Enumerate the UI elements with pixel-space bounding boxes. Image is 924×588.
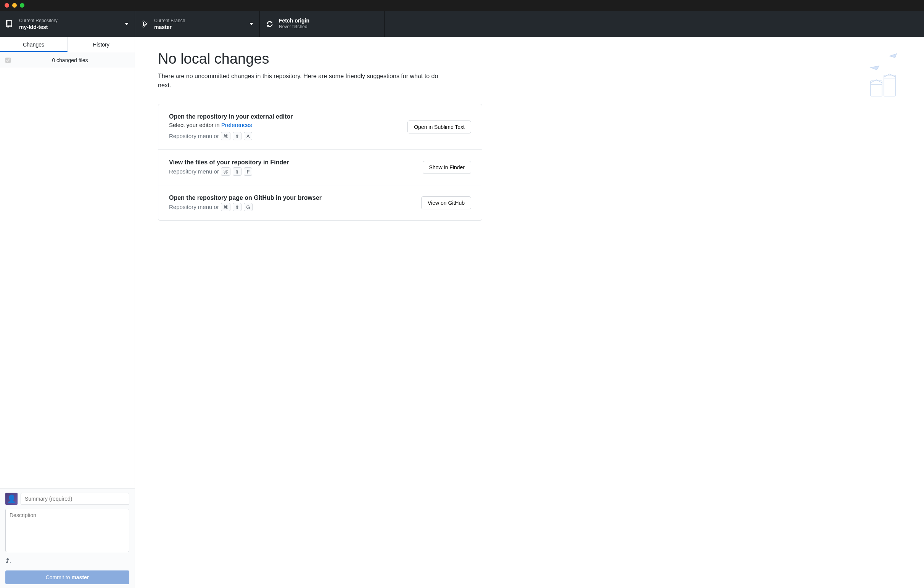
fetch-status: Never fetched — [279, 24, 309, 30]
main-panel: No local changes There are no uncommitte… — [135, 37, 924, 588]
select-all-checkbox[interactable] — [5, 58, 11, 63]
branch-value: master — [154, 24, 185, 30]
window-minimize-button[interactable] — [12, 3, 17, 8]
commit-summary-input[interactable] — [21, 492, 129, 505]
branch-label: Current Branch — [154, 18, 185, 24]
suggestion-subtext: Select your editor in Preferences — [169, 122, 408, 128]
commit-description-input[interactable] — [5, 509, 129, 552]
tab-history[interactable]: History — [68, 37, 135, 52]
kbd-a: A — [244, 132, 252, 140]
kbd-f: F — [244, 167, 252, 176]
commit-button-prefix: Commit to — [46, 574, 72, 580]
commit-button-branch: master — [71, 574, 89, 580]
kbd-cmd: ⌘ — [221, 132, 231, 140]
kbd-cmd: ⌘ — [221, 203, 231, 211]
svg-rect-1 — [884, 75, 895, 96]
suggestions-list: Open the repository in your external edi… — [158, 104, 482, 221]
window-titlebar — [0, 0, 924, 11]
view-on-github-button[interactable]: View on GitHub — [421, 196, 471, 209]
kbd-shift: ⇧ — [233, 167, 241, 176]
open-in-editor-button[interactable]: Open in Sublime Text — [408, 120, 471, 133]
avatar: 👤 — [5, 492, 18, 505]
suggestion-row-editor: Open the repository in your external edi… — [158, 104, 482, 150]
suggestion-title: Open the repository page on GitHub in yo… — [169, 194, 421, 201]
sidebar: Changes History 0 changed files 👤 Commit… — [0, 37, 135, 588]
changed-files-count: 0 changed files — [11, 57, 129, 63]
svg-rect-0 — [871, 81, 882, 96]
suggestion-hint: Repository menu or ⌘ ⇧ A — [169, 132, 408, 140]
commit-button[interactable]: Commit to master — [5, 570, 129, 584]
kbd-cmd: ⌘ — [221, 167, 231, 176]
kbd-shift: ⇧ — [233, 132, 241, 140]
app-toolbar: Current Repository my-ldd-test Current B… — [0, 11, 924, 37]
suggestion-row-github: Open the repository page on GitHub in yo… — [158, 185, 482, 221]
current-repository-dropdown[interactable]: Current Repository my-ldd-test — [0, 11, 135, 37]
repo-icon — [6, 20, 14, 28]
empty-state-subtitle: There are no uncommitted changes in this… — [158, 72, 440, 90]
suggestion-row-finder: View the files of your repository in Fin… — [158, 150, 482, 185]
empty-state-illustration — [863, 52, 901, 102]
suggestion-title: Open the repository in your external edi… — [169, 113, 408, 120]
add-coauthor-icon[interactable] — [5, 557, 12, 563]
window-close-button[interactable] — [5, 3, 9, 8]
repo-value: my-ldd-test — [19, 24, 58, 30]
suggestion-hint: Repository menu or ⌘ ⇧ F — [169, 167, 423, 176]
empty-state-heading: No local changes — [158, 51, 901, 67]
kbd-shift: ⇧ — [233, 203, 241, 211]
show-in-finder-button[interactable]: Show in Finder — [423, 161, 471, 174]
tab-changes[interactable]: Changes — [0, 37, 68, 52]
current-branch-dropdown[interactable]: Current Branch master — [135, 11, 260, 37]
kbd-g: G — [244, 203, 252, 211]
suggestion-title: View the files of your repository in Fin… — [169, 159, 423, 166]
repo-label: Current Repository — [19, 18, 58, 24]
commit-form: 👤 Commit to master — [0, 489, 135, 588]
fetch-label: Fetch origin — [279, 18, 309, 24]
chevron-down-icon — [249, 23, 253, 25]
preferences-link[interactable]: Preferences — [221, 122, 252, 128]
chevron-down-icon — [125, 23, 129, 25]
changes-header: 0 changed files — [0, 52, 135, 68]
window-zoom-button[interactable] — [20, 3, 25, 8]
suggestion-hint: Repository menu or ⌘ ⇧ G — [169, 203, 421, 211]
fetch-origin-button[interactable]: Fetch origin Never fetched — [260, 11, 384, 37]
sync-icon — [266, 20, 274, 28]
branch-icon — [141, 20, 149, 28]
